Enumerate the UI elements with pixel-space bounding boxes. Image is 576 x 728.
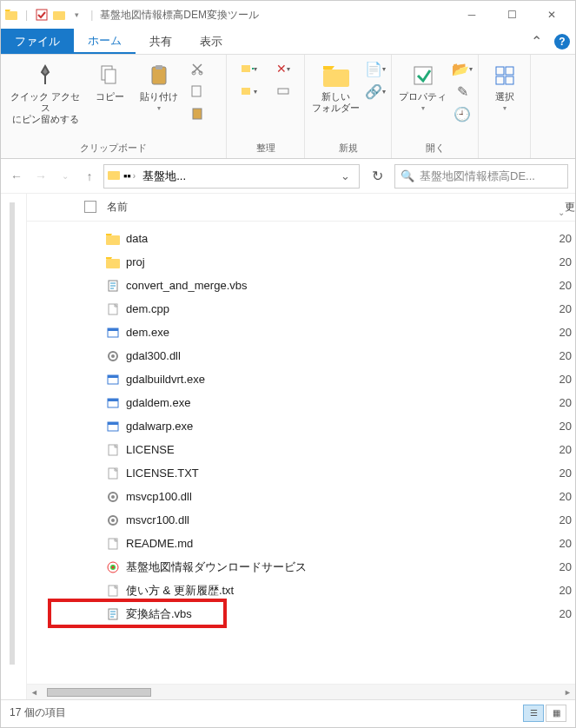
file-row[interactable]: data20 — [76, 227, 575, 250]
file-type-icon — [105, 395, 121, 411]
file-name: proj — [126, 255, 145, 268]
file-row[interactable]: LICENSE20 — [76, 438, 575, 461]
svg-rect-14 — [323, 69, 349, 87]
checkbox-icon[interactable] — [35, 8, 49, 22]
search-box[interactable]: 🔍 基盤地図情報標高DE... — [394, 164, 568, 189]
column-headers[interactable]: 名前 更 ⌄ — [27, 194, 575, 222]
copy-to-button[interactable]: ▾ — [233, 81, 264, 102]
svg-rect-4 — [105, 69, 116, 83]
breadcrumb-segment[interactable]: 基盤地... — [139, 169, 189, 184]
maximize-button[interactable]: ☐ — [492, 2, 532, 28]
minimize-button[interactable]: ─ — [452, 2, 492, 28]
up-button[interactable]: ↑ — [81, 168, 98, 185]
file-row[interactable]: dem.cpp20 — [76, 297, 575, 321]
qat-dropdown-icon[interactable]: ▾ — [70, 8, 83, 22]
file-row[interactable]: proj20 — [76, 250, 575, 274]
open-button[interactable]: 📂▾ — [452, 58, 473, 79]
history-button[interactable]: 🕘 — [452, 103, 473, 124]
svg-point-28 — [111, 354, 115, 358]
file-type-icon — [105, 513, 121, 528]
file-date: 20 — [559, 513, 572, 526]
back-button[interactable]: ← — [8, 168, 25, 185]
tab-home[interactable]: ホーム — [74, 29, 136, 54]
window-title: 基盤地図情報標高DEM変換ツール — [100, 8, 259, 23]
ribbon-collapse-button[interactable]: ⌃ — [523, 29, 549, 54]
file-name: msvcr100.dll — [126, 513, 189, 526]
file-date: 20 — [559, 490, 572, 503]
file-row[interactable]: gdalbuildvrt.exe20 — [76, 367, 575, 391]
cut-button[interactable] — [187, 58, 208, 79]
move-to-button[interactable]: ▾ — [233, 58, 264, 79]
file-row[interactable]: README.md20 — [76, 532, 575, 555]
svg-rect-32 — [108, 399, 118, 401]
file-date: 20 — [559, 232, 572, 245]
expand-columns-icon[interactable]: ⌄ — [558, 208, 565, 217]
svg-rect-1 — [36, 10, 47, 20]
navigation-bar: ← → ⌄ ↑ ▪ ▪ › 基盤地... ⌄ ↻ 🔍 基盤地図情報標高DE... — [1, 159, 575, 194]
status-bar: 17 個の項目 ☰ ▦ — [1, 699, 575, 725]
forward-button[interactable]: → — [32, 168, 50, 185]
easy-access-button[interactable]: 🔗▾ — [365, 81, 386, 102]
copy-button[interactable]: コピー — [88, 58, 131, 106]
open-group-label: 開く — [397, 140, 473, 156]
file-row[interactable]: dem.exe20 — [76, 321, 575, 344]
svg-rect-9 — [192, 86, 201, 96]
tab-share[interactable]: 共有 — [136, 29, 186, 54]
breadcrumb[interactable]: ▪ ▪ › 基盤地... ⌄ — [103, 164, 360, 189]
tab-file[interactable]: ファイル — [1, 29, 74, 54]
file-row[interactable]: LICENSE.TXT20 — [76, 461, 575, 485]
new-item-button[interactable]: 📄▾ — [365, 58, 386, 79]
file-row[interactable]: 基盤地図情報ダウンロードサービス20 — [76, 555, 575, 579]
properties-button[interactable]: プロパティ ▾ — [397, 58, 448, 116]
details-view-button[interactable]: ☰ — [523, 705, 544, 722]
file-type-icon — [105, 489, 121, 505]
svg-rect-30 — [108, 375, 118, 378]
file-name: 使い方 & 更新履歴.txt — [126, 583, 234, 599]
file-date: 20 — [559, 349, 572, 362]
file-type-icon — [105, 559, 121, 575]
rename-button[interactable] — [268, 81, 299, 102]
edit-button[interactable]: ✎ — [452, 81, 473, 102]
scrollbar-thumb[interactable] — [47, 688, 151, 697]
recent-dropdown[interactable]: ⌄ — [56, 168, 74, 185]
breadcrumb-dropdown[interactable]: ⌄ — [335, 169, 355, 182]
copy-path-button[interactable] — [187, 81, 208, 102]
file-list: data20proj20convert_and_merge.vbs20dem.c… — [27, 222, 575, 684]
column-date[interactable]: 更 — [565, 200, 575, 215]
file-row[interactable]: gdal300.dll20 — [76, 344, 575, 367]
thumbnails-view-button[interactable]: ▦ — [546, 705, 566, 722]
pin-quick-access-button[interactable]: クイック アクセス にピン留めする — [6, 58, 84, 129]
svg-point-44 — [112, 566, 115, 568]
refresh-button[interactable]: ↻ — [365, 164, 389, 189]
file-name: LICENSE.TXT — [126, 467, 199, 480]
pin-icon — [31, 62, 59, 89]
file-date: 20 — [559, 584, 572, 597]
svg-rect-10 — [193, 109, 202, 119]
new-folder-button[interactable]: 新しい フォルダー — [310, 58, 361, 117]
tab-view[interactable]: 表示 — [186, 29, 236, 54]
file-date: 20 — [559, 467, 572, 480]
help-button[interactable]: ? — [549, 29, 575, 54]
close-button[interactable]: ✕ — [532, 2, 572, 28]
column-name[interactable]: 名前 — [107, 200, 128, 215]
file-row[interactable]: msvcp100.dll20 — [76, 485, 575, 508]
file-type-icon — [105, 442, 121, 458]
scroll-right-icon[interactable]: ► — [564, 688, 572, 697]
delete-button[interactable]: ✕ ▾ — [268, 58, 299, 79]
file-row[interactable]: gdalwarp.exe20 — [76, 414, 575, 438]
paste-shortcut-button[interactable] — [187, 103, 208, 124]
nav-pane-collapsed[interactable] — [1, 194, 27, 699]
paste-button[interactable]: 貼り付け ▾ — [135, 58, 183, 116]
file-row[interactable]: convert_and_merge.vbs20 — [76, 274, 575, 297]
select-all-checkbox[interactable] — [84, 201, 96, 213]
organize-group-label: 整理 — [232, 140, 299, 156]
scroll-left-icon[interactable]: ◄ — [30, 688, 38, 697]
file-name: gdalwarp.exe — [126, 420, 193, 433]
search-placeholder: 基盤地図情報標高DE... — [420, 169, 535, 184]
horizontal-scrollbar[interactable]: ◄ ► — [27, 684, 575, 699]
new-folder-icon — [322, 62, 350, 89]
file-row[interactable]: gdaldem.exe20 — [76, 391, 575, 414]
file-row[interactable]: msvcr100.dll20 — [76, 508, 575, 532]
select-button[interactable]: 選択 ▾ — [484, 58, 525, 116]
svg-rect-12 — [242, 88, 250, 95]
